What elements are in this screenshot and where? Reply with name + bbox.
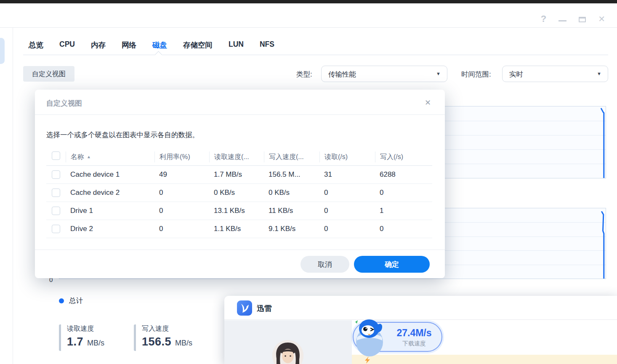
sidebar-edge-tab[interactable] bbox=[0, 38, 5, 64]
sort-ascending-icon: ▲ bbox=[87, 154, 91, 159]
dialog-title: 自定义视图 bbox=[46, 98, 82, 108]
download-speed-label: 下载速度 bbox=[391, 340, 438, 348]
minimize-icon[interactable] bbox=[558, 20, 566, 21]
time-range-select[interactable]: 实时 ▼ bbox=[502, 66, 608, 82]
tab-memory[interactable]: 内存 bbox=[91, 40, 106, 50]
write-speed-stat-value: 156.5 bbox=[142, 335, 171, 348]
disk-read-iops: 31 bbox=[319, 170, 375, 179]
xunlei-sidebar bbox=[224, 320, 352, 364]
table-row[interactable]: Cache device 1 49 1.7 MB/s 156.5 M... 31… bbox=[46, 166, 432, 184]
table-row[interactable]: Drive 1 0 13.1 KB/s 11 KB/s 0 1 bbox=[46, 202, 432, 220]
chevron-down-icon: ▼ bbox=[436, 71, 441, 76]
write-speed-stat: 写入速度 156.5 MB/s bbox=[134, 324, 192, 351]
disk-utilization: 0 bbox=[154, 207, 209, 215]
window-titlebar: ? ✕ bbox=[0, 3, 617, 28]
help-icon[interactable]: ? bbox=[541, 13, 546, 24]
time-range-label: 时间范围: bbox=[461, 70, 491, 79]
legend-dot-icon bbox=[59, 298, 64, 303]
xunlei-notice-strip bbox=[352, 355, 617, 364]
custom-view-dialog: 自定义视图 ✕ 选择一个或多个硬盘以在图表中显示各自的数据。 名称▲ 利用率(%… bbox=[35, 90, 445, 278]
column-utilization[interactable]: 利用率(%) bbox=[154, 151, 209, 162]
table-row[interactable]: Drive 2 0 1.1 KB/s 9.1 KB/s 0 0 bbox=[46, 220, 432, 238]
tab-cpu[interactable]: CPU bbox=[59, 40, 75, 50]
left-gutter bbox=[0, 28, 13, 364]
avatar[interactable] bbox=[272, 340, 303, 364]
row-checkbox[interactable] bbox=[52, 207, 60, 215]
tab-nfs[interactable]: NFS bbox=[260, 40, 274, 50]
chart-legend: 总计 bbox=[59, 296, 83, 306]
disk-read-speed: 0 KB/s bbox=[209, 189, 264, 197]
disk-write-speed: 11 KB/s bbox=[264, 207, 319, 215]
download-speed-badge: 27.4M/s 下载速度 bbox=[353, 322, 442, 352]
read-speed-stat-value: 1.7 bbox=[67, 335, 83, 348]
disk-write-iops: 1 bbox=[375, 207, 432, 215]
chevron-down-icon: ▼ bbox=[597, 71, 601, 76]
column-write-iops[interactable]: 写入(/s) bbox=[375, 151, 432, 162]
time-range-select-value: 实时 bbox=[509, 70, 523, 79]
xunlei-logo-icon bbox=[237, 300, 252, 316]
disk-table: 名称▲ 利用率(%) 读取速度(... 写入速度(... 读取(/s) 写入(/… bbox=[46, 148, 432, 238]
disk-utilization: 0 bbox=[154, 225, 209, 233]
disk-write-iops: 0 bbox=[375, 225, 432, 233]
resource-monitor-window: ? ✕ 总览 CPU 内存 网络 磁盘 存储空间 LUN NFS 自定义视图 类… bbox=[0, 0, 617, 364]
close-window-icon[interactable]: ✕ bbox=[598, 14, 605, 24]
disk-utilization: 49 bbox=[154, 170, 209, 179]
dialog-footer: 取消 确定 bbox=[35, 250, 445, 278]
disk-read-iops: 0 bbox=[319, 225, 375, 233]
dialog-divider bbox=[35, 114, 445, 115]
column-name[interactable]: 名称▲ bbox=[66, 151, 154, 162]
write-speed-stat-unit: MB/s bbox=[175, 339, 192, 348]
xunlei-window: 迅雷 bbox=[224, 296, 617, 364]
disk-name: Cache device 1 bbox=[66, 170, 154, 179]
desktop-top-bar bbox=[0, 0, 617, 3]
disk-write-speed: 0 KB/s bbox=[264, 189, 319, 197]
dialog-description: 选择一个或多个硬盘以在图表中显示各自的数据。 bbox=[46, 130, 199, 140]
disk-utilization: 0 bbox=[154, 189, 209, 197]
type-select[interactable]: 传输性能 ▼ bbox=[321, 66, 447, 82]
disk-table-header: 名称▲ 利用率(%) 读取速度(... 写入速度(... 读取(/s) 写入(/… bbox=[46, 148, 432, 166]
disk-read-iops: 0 bbox=[319, 189, 375, 197]
disk-name: Drive 1 bbox=[66, 207, 154, 215]
download-speed-value: 27.4M/s bbox=[391, 327, 438, 339]
write-speed-stat-label: 写入速度 bbox=[142, 324, 192, 333]
read-speed-stat: 读取速度 1.7 MB/s bbox=[59, 324, 104, 351]
xunlei-titlebar[interactable]: 迅雷 bbox=[224, 296, 617, 320]
table-row[interactable]: Cache device 2 0 0 KB/s 0 KB/s 0 0 bbox=[46, 184, 432, 202]
cancel-button[interactable]: 取消 bbox=[301, 256, 349, 273]
column-read-iops[interactable]: 读取(/s) bbox=[319, 151, 375, 162]
custom-view-button[interactable]: 自定义视图 bbox=[23, 66, 74, 82]
disk-write-iops: 6288 bbox=[375, 170, 432, 179]
xunlei-body: 27.4M/s 下载速度 bbox=[224, 320, 617, 364]
column-write-speed[interactable]: 写入速度(... bbox=[264, 151, 319, 162]
row-checkbox[interactable] bbox=[52, 170, 60, 179]
tab-disk[interactable]: 磁盘 bbox=[152, 40, 167, 50]
disk-read-speed: 1.1 KB/s bbox=[209, 225, 264, 233]
disk-write-iops: 0 bbox=[375, 189, 432, 197]
tab-network[interactable]: 网络 bbox=[122, 40, 136, 50]
column-read-speed[interactable]: 读取速度(... bbox=[209, 151, 264, 162]
disk-name: Cache device 2 bbox=[66, 189, 154, 197]
type-select-value: 传输性能 bbox=[328, 70, 356, 79]
penguin-mascot-icon bbox=[350, 316, 389, 358]
tab-lun[interactable]: LUN bbox=[229, 40, 244, 50]
disk-write-speed: 156.5 M... bbox=[264, 170, 319, 179]
tabs-divider bbox=[23, 55, 608, 55]
xunlei-app-name: 迅雷 bbox=[257, 303, 272, 314]
tab-overview[interactable]: 总览 bbox=[29, 40, 43, 50]
select-all-checkbox[interactable] bbox=[52, 151, 60, 160]
active-tab-notch bbox=[154, 51, 162, 58]
read-speed-stat-label: 读取速度 bbox=[67, 324, 104, 333]
monitor-tabs: 总览 CPU 内存 网络 磁盘 存储空间 LUN NFS bbox=[29, 40, 274, 50]
row-checkbox[interactable] bbox=[52, 225, 60, 233]
type-label: 类型: bbox=[296, 70, 312, 79]
disk-write-speed: 9.1 KB/s bbox=[264, 225, 319, 233]
maximize-icon[interactable] bbox=[579, 17, 586, 22]
ok-button[interactable]: 确定 bbox=[354, 256, 430, 273]
row-checkbox[interactable] bbox=[52, 189, 60, 197]
dialog-close-icon[interactable]: ✕ bbox=[425, 98, 431, 107]
disk-read-iops: 0 bbox=[319, 207, 375, 215]
read-speed-stat-unit: MB/s bbox=[87, 339, 104, 348]
legend-total-label: 总计 bbox=[69, 296, 83, 306]
disk-name: Drive 2 bbox=[66, 225, 154, 233]
tab-volume[interactable]: 存储空间 bbox=[183, 40, 213, 50]
